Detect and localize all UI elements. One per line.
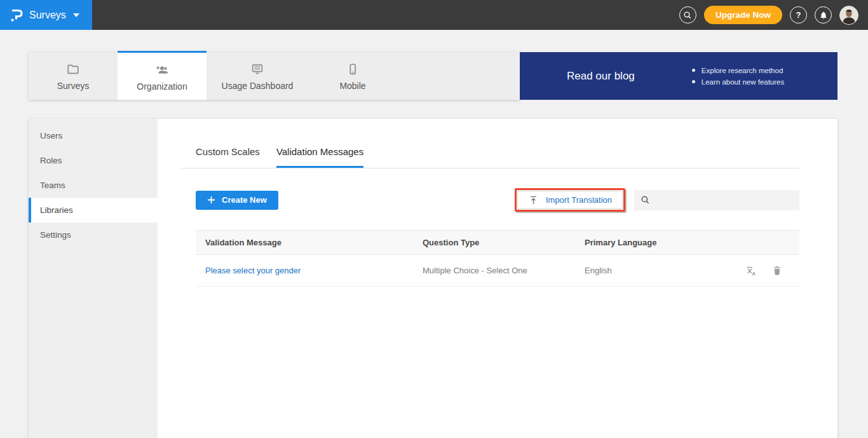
primary-language-cell: English <box>585 266 729 275</box>
import-translation-label: Import Translation <box>546 195 612 205</box>
sidebar-item-roles[interactable]: Roles <box>29 148 158 173</box>
column-header-question-type: Question Type <box>423 238 585 247</box>
person-add-icon <box>154 62 170 77</box>
create-new-button[interactable]: Create New <box>196 191 278 210</box>
library-tabs: Custom Scales Validation Messages <box>196 146 799 168</box>
smartphone-icon <box>345 61 360 76</box>
chevron-down-icon <box>73 13 79 17</box>
sidebar-item-label: Teams <box>40 181 65 190</box>
translate-icon[interactable]: A <box>745 264 757 277</box>
sidebar-item-label: Libraries <box>40 205 73 215</box>
header-actions: Upgrade Now ? <box>679 0 858 30</box>
primary-nav: Surveys Organization Usage Dashboard Mob… <box>29 52 520 100</box>
bell-icon <box>819 11 828 20</box>
app-switcher[interactable]: Surveys <box>0 0 92 30</box>
validation-messages-table: Validation Message Question Type Primary… <box>196 230 799 287</box>
column-header-validation-message: Validation Message <box>196 238 423 247</box>
banner-bullet-item: Learn about new features <box>692 78 784 86</box>
settings-sidebar: Users Roles Teams Libraries Settings <box>29 119 158 438</box>
libraries-panel: Custom Scales Validation Messages Create… <box>158 119 837 438</box>
help-icon: ? <box>796 10 801 20</box>
bullet-dot-icon <box>692 69 695 72</box>
tab-custom-scales[interactable]: Custom Scales <box>196 146 260 168</box>
row-actions: A <box>729 264 799 277</box>
table-search[interactable] <box>634 190 799 210</box>
folder-icon <box>65 61 81 76</box>
nav-tab-label: Surveys <box>57 81 90 91</box>
help-button[interactable]: ? <box>790 6 807 24</box>
sidebar-item-libraries[interactable]: Libraries <box>29 198 158 222</box>
app-label: Surveys <box>29 10 66 21</box>
upgrade-now-button[interactable]: Upgrade Now <box>704 6 782 24</box>
search-icon <box>641 195 650 205</box>
table-row: Please select your gender Multiple Choic… <box>196 255 799 287</box>
import-translation-button[interactable]: Import Translation <box>517 191 623 209</box>
nav-tab-label: Organization <box>137 81 187 92</box>
create-new-label: Create New <box>222 195 267 205</box>
search-input[interactable] <box>655 195 793 205</box>
sidebar-item-label: Settings <box>40 230 71 240</box>
nav-tab-surveys[interactable]: Surveys <box>29 52 118 100</box>
column-header-primary-language: Primary Language <box>585 238 729 247</box>
toolbar: Create New Import Translation <box>196 188 799 212</box>
nav-tab-usage-dashboard[interactable]: Usage Dashboard <box>207 52 308 100</box>
upload-icon <box>528 195 539 205</box>
banner-title[interactable]: Read our blog <box>567 70 635 83</box>
blog-banner[interactable]: Read our blog Explore research method Le… <box>520 52 837 100</box>
banner-bullet-list: Explore research method Learn about new … <box>692 67 784 86</box>
bullet-dot-icon <box>692 80 695 83</box>
sidebar-item-label: Roles <box>40 156 62 165</box>
plus-icon <box>207 196 215 204</box>
sidebar-item-settings[interactable]: Settings <box>29 222 158 247</box>
questionpro-logo-icon <box>10 8 24 23</box>
notifications-button[interactable] <box>815 6 832 24</box>
tab-validation-messages[interactable]: Validation Messages <box>276 146 363 168</box>
question-type-cell: Multiple Choice - Select One <box>423 266 585 275</box>
trash-icon[interactable] <box>771 264 783 277</box>
sidebar-item-users[interactable]: Users <box>29 123 158 148</box>
nav-tab-mobile[interactable]: Mobile <box>308 52 397 100</box>
banner-bullet-text: Explore research method <box>702 67 783 74</box>
content-card: Users Roles Teams Libraries Settings Cus… <box>29 119 837 438</box>
nav-tab-label: Usage Dashboard <box>222 81 294 91</box>
search-button[interactable] <box>679 6 696 24</box>
banner-bullet-item: Explore research method <box>692 67 784 74</box>
top-header: Surveys Upgrade Now ? <box>0 0 868 30</box>
nav-tab-organization[interactable]: Organization <box>118 51 207 100</box>
sidebar-item-label: Users <box>40 131 62 140</box>
svg-text:A: A <box>752 270 756 276</box>
validation-message-link[interactable]: Please select your gender <box>205 266 301 275</box>
sidebar-item-teams[interactable]: Teams <box>29 173 158 198</box>
annotation-highlight-box: Import Translation <box>515 188 625 212</box>
table-header-row: Validation Message Question Type Primary… <box>196 231 799 255</box>
dashboard-icon <box>250 61 265 76</box>
nav-tab-label: Mobile <box>339 81 365 91</box>
search-icon <box>683 11 692 20</box>
avatar[interactable] <box>839 6 858 25</box>
banner-bullet-text: Learn about new features <box>702 78 784 86</box>
